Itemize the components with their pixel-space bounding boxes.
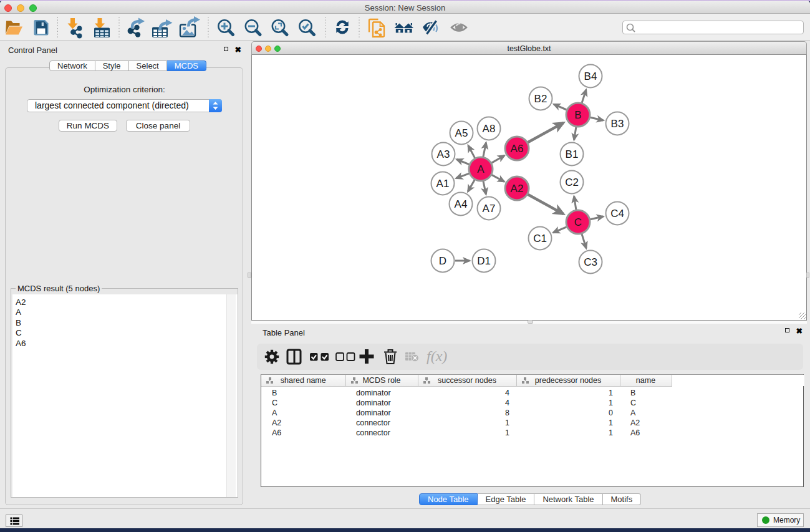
svg-text:D: D xyxy=(439,255,446,267)
svg-text:C3: C3 xyxy=(584,256,597,268)
svg-text:A3: A3 xyxy=(437,148,450,160)
svg-text:C1: C1 xyxy=(533,233,547,244)
svg-text:B3: B3 xyxy=(611,118,624,130)
svg-text:A2: A2 xyxy=(511,183,524,195)
svg-text:D1: D1 xyxy=(477,255,491,267)
svg-text:A8: A8 xyxy=(483,123,496,135)
svg-text:A4: A4 xyxy=(455,198,468,210)
svg-text:A1: A1 xyxy=(436,178,450,190)
svg-text:C: C xyxy=(574,216,582,228)
svg-text:B: B xyxy=(574,109,581,121)
svg-text:f(x): f(x) xyxy=(427,348,447,364)
svg-text:B1: B1 xyxy=(566,148,579,160)
svg-text:A: A xyxy=(477,163,485,175)
svg-text:C2: C2 xyxy=(565,177,579,188)
svg-text:A6: A6 xyxy=(511,143,524,155)
svg-text:A5: A5 xyxy=(455,127,468,139)
svg-text:B4: B4 xyxy=(584,70,597,82)
svg-text:B2: B2 xyxy=(534,93,547,105)
svg-text:A7: A7 xyxy=(483,203,496,215)
svg-text:C4: C4 xyxy=(610,208,624,220)
